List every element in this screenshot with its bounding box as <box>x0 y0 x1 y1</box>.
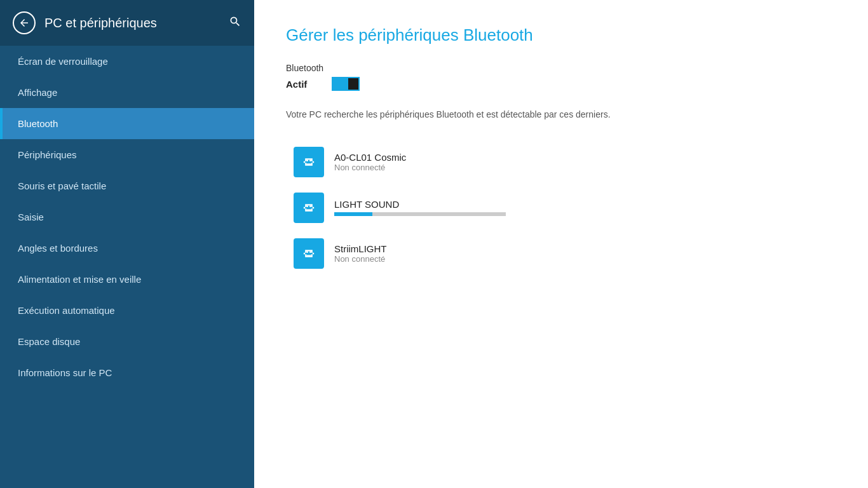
bluetooth-status-text: Votre PC recherche les périphériques Blu… <box>286 109 836 121</box>
sidebar-header: PC et périphériques <box>0 0 254 46</box>
toggle-track <box>332 77 360 91</box>
toggle-thumb <box>348 78 358 90</box>
sidebar-title: PC et périphériques <box>44 16 220 30</box>
svg-rect-5 <box>307 209 311 210</box>
svg-point-6 <box>306 251 308 253</box>
sidebar-item-alimentation[interactable]: Alimentation et mise en veille <box>0 264 254 295</box>
page-title: Gérer les périphériques Bluetooth <box>286 25 836 45</box>
device-status: Non connecté <box>334 254 829 264</box>
search-button[interactable] <box>229 15 241 31</box>
sidebar-item-affichage[interactable]: Affichage <box>0 77 254 108</box>
sidebar: PC et périphériques Écran de verrouillag… <box>0 0 254 488</box>
device-list: A0-CL01 Cosmic Non connecté LIGHT SOUND <box>286 140 836 275</box>
svg-point-1 <box>309 159 311 161</box>
sidebar-item-ecran[interactable]: Écran de verrouillage <box>0 46 254 77</box>
svg-rect-8 <box>307 255 311 255</box>
sidebar-item-souris[interactable]: Souris et pavé tactile <box>0 170 254 201</box>
svg-point-7 <box>309 251 311 253</box>
device-icon <box>294 147 324 177</box>
toggle-row: Actif <box>286 77 836 91</box>
sidebar-item-espace[interactable]: Espace disque <box>0 326 254 357</box>
device-info: StriimLIGHT Non connecté <box>334 243 829 264</box>
progress-bar <box>334 212 506 216</box>
device-item[interactable]: StriimLIGHT Non connecté <box>286 232 836 275</box>
svg-point-0 <box>306 159 308 161</box>
sidebar-item-informations[interactable]: Informations sur le PC <box>0 357 254 388</box>
sidebar-item-angles[interactable]: Angles et bordures <box>0 233 254 264</box>
svg-point-4 <box>309 205 311 207</box>
device-name: LIGHT SOUND <box>334 199 829 210</box>
toggle-label: Actif <box>286 79 324 90</box>
sidebar-item-peripheriques[interactable]: Périphériques <box>0 139 254 170</box>
device-name: A0-CL01 Cosmic <box>334 152 829 163</box>
device-item[interactable]: LIGHT SOUND <box>286 186 836 229</box>
back-button[interactable] <box>13 11 36 34</box>
sidebar-item-saisie[interactable]: Saisie <box>0 201 254 233</box>
sidebar-nav: Écran de verrouillage Affichage Bluetoot… <box>0 46 254 488</box>
bluetooth-toggle[interactable] <box>332 77 360 91</box>
svg-point-3 <box>306 205 308 207</box>
sidebar-item-bluetooth[interactable]: Bluetooth <box>0 108 254 139</box>
device-status: Non connecté <box>334 163 829 172</box>
bluetooth-section-label: Bluetooth <box>286 63 836 73</box>
device-name: StriimLIGHT <box>334 243 829 254</box>
device-item[interactable]: A0-CL01 Cosmic Non connecté <box>286 140 836 184</box>
device-icon <box>294 238 324 269</box>
svg-rect-2 <box>307 163 311 164</box>
progress-fill <box>334 212 372 216</box>
device-info: LIGHT SOUND <box>334 199 829 216</box>
sidebar-item-execution[interactable]: Exécution automatique <box>0 295 254 326</box>
device-info: A0-CL01 Cosmic Non connecté <box>334 152 829 172</box>
main-content: Gérer les périphériques Bluetooth Blueto… <box>254 0 868 488</box>
device-icon <box>294 193 324 223</box>
